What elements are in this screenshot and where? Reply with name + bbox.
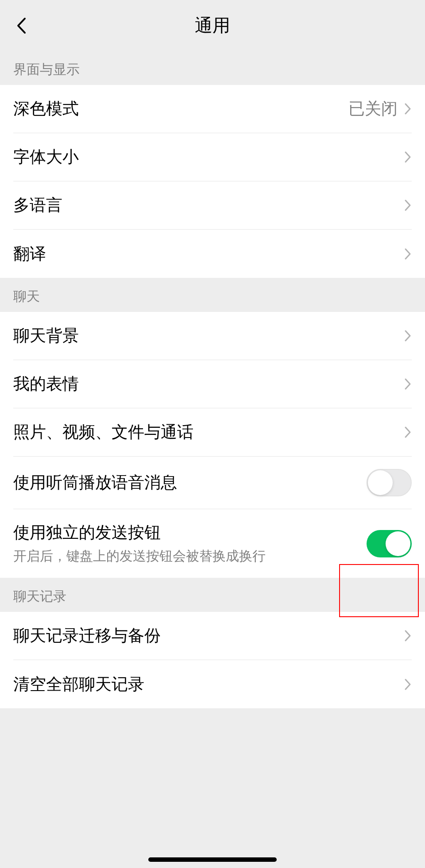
row-language[interactable]: 多语言: [0, 181, 425, 230]
section-header-chat: 聊天: [0, 278, 425, 312]
annotation-arrow-icon: [0, 708, 425, 868]
chevron-right-icon: [404, 329, 412, 342]
row-label: 深色模式: [13, 98, 348, 120]
row-migrate-backup[interactable]: 聊天记录迁移与备份: [0, 612, 425, 660]
row-earpiece: 使用听筒播放语音消息: [0, 457, 425, 509]
chevron-right-icon: [404, 247, 412, 261]
row-font-size[interactable]: 字体大小: [0, 133, 425, 181]
chevron-right-icon: [404, 199, 412, 212]
row-label: 照片、视频、文件与通话: [13, 421, 404, 443]
chevron-right-icon: [404, 678, 412, 691]
row-label: 翻译: [13, 243, 404, 265]
home-indicator: [148, 857, 277, 862]
row-label: 我的表情: [13, 373, 404, 395]
row-chat-background[interactable]: 聊天背景: [0, 312, 425, 360]
section-header-display: 界面与显示: [0, 51, 425, 85]
row-value: 已关闭: [348, 98, 398, 120]
header-bar: 通用: [0, 0, 425, 51]
chevron-right-icon: [404, 150, 412, 164]
toggle-send-button[interactable]: [367, 530, 412, 557]
row-label: 多语言: [13, 194, 404, 216]
row-translate[interactable]: 翻译: [0, 230, 425, 278]
chevron-right-icon: [404, 377, 412, 391]
row-label: 聊天记录迁移与备份: [13, 625, 404, 647]
row-clear-history[interactable]: 清空全部聊天记录: [0, 660, 425, 708]
row-dark-mode[interactable]: 深色模式 已关闭: [0, 85, 425, 133]
row-label: 字体大小: [13, 146, 404, 168]
row-label: 使用独立的发送按钮: [13, 522, 367, 544]
row-stickers[interactable]: 我的表情: [0, 360, 425, 408]
group-history: 聊天记录迁移与备份 清空全部聊天记录: [0, 612, 425, 708]
toggle-knob: [386, 531, 410, 556]
toggle-knob: [368, 470, 393, 495]
chevron-right-icon: [404, 102, 412, 115]
row-label: 清空全部聊天记录: [13, 673, 404, 695]
chevron-right-icon: [404, 426, 412, 439]
row-send-button: 使用独立的发送按钮 开启后，键盘上的发送按钮会被替换成换行: [0, 509, 425, 578]
chevron-left-icon: [16, 17, 26, 34]
toggle-earpiece[interactable]: [367, 469, 412, 496]
page-title: 通用: [0, 13, 425, 38]
row-label: 使用听筒播放语音消息: [13, 472, 367, 494]
row-description: 开启后，键盘上的发送按钮会被替换成换行: [13, 547, 367, 565]
chevron-right-icon: [404, 629, 412, 642]
row-label: 聊天背景: [13, 325, 404, 347]
group-chat: 聊天背景 我的表情 照片、视频、文件与通话 使用听筒播放语音消息: [0, 312, 425, 578]
group-display: 深色模式 已关闭 字体大小 多语言 翻译: [0, 85, 425, 278]
back-button[interactable]: [12, 17, 30, 35]
section-header-history: 聊天记录: [0, 578, 425, 612]
row-media[interactable]: 照片、视频、文件与通话: [0, 408, 425, 457]
